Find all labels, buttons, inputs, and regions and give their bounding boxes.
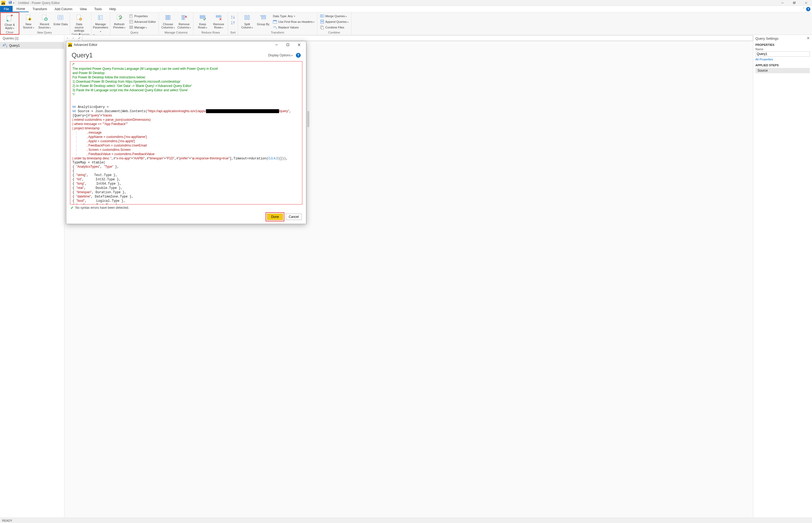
advanced-editor-button[interactable]: Advanced Editor: [128, 19, 157, 24]
tab-view[interactable]: View: [76, 6, 91, 12]
window-maximize-button[interactable]: [788, 0, 800, 6]
dialog-title: Advanced Editor: [74, 43, 97, 47]
queries-pane: Queries [1] ABC Query1: [0, 35, 64, 518]
window-minimize-button[interactable]: [777, 0, 788, 6]
replace-values-button[interactable]: 12Replace Values: [272, 25, 315, 30]
tab-add-column[interactable]: Add Column: [51, 6, 76, 12]
svg-rect-12: [42, 15, 46, 20]
group-by-button[interactable]: Group By: [256, 13, 271, 26]
collapse-ribbon-icon[interactable]: ˄: [803, 7, 805, 11]
svg-text:Z: Z: [231, 21, 233, 23]
status-text: READY: [2, 519, 12, 522]
dialog-maximize-button[interactable]: [282, 41, 293, 48]
svg-rect-25: [99, 19, 100, 19]
text-type-icon: ABC: [3, 43, 7, 48]
query-item[interactable]: ABC Query1: [0, 42, 64, 49]
ribbon-group-combine: Merge Queries Append Queries Combine Fil…: [317, 12, 351, 35]
sort-desc-button[interactable]: ZA: [229, 20, 236, 25]
data-type-button[interactable]: Data Type: Any ▾: [272, 14, 315, 19]
done-button[interactable]: Done: [267, 214, 283, 220]
sort-asc-icon: AZ: [231, 15, 235, 19]
svg-rect-37: [130, 26, 133, 27]
dialog-minimize-button[interactable]: [271, 41, 282, 48]
formula-input[interactable]: [82, 35, 753, 41]
remove-columns-button[interactable]: Remove Columns: [177, 13, 191, 30]
svg-rect-59: [261, 15, 266, 16]
svg-rect-68: [320, 20, 324, 21]
tab-home[interactable]: Home: [13, 6, 29, 12]
svg-rect-4: [793, 2, 795, 4]
display-options-dropdown[interactable]: Display Options: [268, 53, 293, 57]
ribbon-group-manage-columns: Choose Columns Remove Columns Manage Col…: [159, 12, 193, 35]
enter-data-button[interactable]: Enter Data: [53, 13, 68, 26]
scrollbar-thumb[interactable]: [307, 111, 309, 127]
ribbon-group-new-query: ✚New Source Recent Sources Enter Data Ne…: [19, 12, 70, 35]
file-menu[interactable]: File: [0, 6, 13, 12]
data-source-settings-button[interactable]: Data source settings: [72, 13, 87, 32]
advanced-editor-icon: [129, 20, 133, 24]
append-queries-button[interactable]: Append Queries: [319, 19, 350, 24]
tab-tools[interactable]: Tools: [90, 6, 106, 12]
svg-rect-41: [169, 15, 170, 20]
query-settings-pane: Query Settings ✕ PROPERTIES Name All Pro…: [753, 35, 812, 518]
merge-queries-button[interactable]: Merge Queries: [319, 14, 350, 19]
queries-header: Queries [1]: [0, 35, 64, 42]
svg-rect-67: [322, 15, 324, 17]
nav-next-button[interactable]: ›: [70, 35, 76, 41]
manage-icon: [129, 25, 133, 30]
help-icon[interactable]: ?: [806, 7, 810, 11]
window-close-button[interactable]: [800, 0, 812, 6]
combine-files-icon: [320, 25, 324, 30]
tab-transform[interactable]: Transform: [29, 6, 51, 12]
split-column-button[interactable]: Split Column: [240, 13, 255, 30]
svg-rect-73: [287, 44, 289, 46]
cancel-button[interactable]: Cancel: [286, 214, 302, 220]
sort-desc-icon: ZA: [231, 21, 235, 25]
svg-text:A: A: [231, 23, 233, 25]
svg-text:A: A: [231, 15, 233, 17]
dialog-close-button[interactable]: [294, 41, 304, 48]
first-row-headers-button[interactable]: Use First Row as Headers: [272, 19, 315, 24]
refresh-preview-button[interactable]: Refresh Preview: [112, 13, 127, 30]
choose-columns-button[interactable]: Choose Columns: [161, 13, 176, 30]
settings-close-button[interactable]: ✕: [807, 36, 810, 40]
syntax-status: No syntax errors have been detected.: [75, 206, 129, 210]
close-apply-button[interactable]: Close & Apply: [2, 14, 17, 30]
query-name-input[interactable]: [755, 51, 810, 57]
save-icon[interactable]: [8, 1, 12, 5]
properties-icon: [129, 14, 133, 18]
keep-rows-button[interactable]: Keep Rows: [195, 13, 210, 30]
svg-text:2: 2: [276, 27, 277, 29]
title-bar: ▾ Untitled - Power Query Editor: [0, 0, 812, 6]
ribbon-group-close: Close & Apply Close: [0, 12, 19, 35]
sort-asc-button[interactable]: AZ: [229, 15, 236, 20]
remove-rows-button[interactable]: Remove Rows: [211, 13, 226, 30]
tab-help[interactable]: Help: [106, 6, 119, 12]
nav-prev-button[interactable]: ‹: [64, 35, 70, 41]
combine-files-button[interactable]: Combine Files: [319, 25, 350, 30]
quick-access-toolbar: ▾: [7, 0, 16, 6]
step-item[interactable]: Source: [755, 68, 810, 73]
code-editor[interactable]: /* The exported Power Query Formula Lang…: [70, 61, 302, 204]
manage-parameters-button[interactable]: Manage Parameters: [93, 13, 108, 33]
recent-sources-button[interactable]: Recent Sources: [37, 13, 52, 30]
all-properties-link[interactable]: All Properties: [755, 58, 810, 61]
svg-rect-39: [166, 15, 167, 20]
append-icon: [320, 20, 324, 24]
merge-icon: [320, 14, 324, 18]
svg-rect-61: [261, 18, 266, 19]
manage-button[interactable]: Manage: [128, 25, 157, 30]
properties-button[interactable]: Properties: [128, 14, 157, 19]
status-bar: READY: [0, 518, 812, 523]
svg-rect-71: [321, 26, 324, 29]
qat-dropdown-icon[interactable]: ▾: [13, 2, 15, 4]
svg-rect-58: [247, 15, 250, 20]
svg-rect-43: [184, 15, 185, 20]
ribbon-group-sort: AZ ZA Sort: [228, 12, 238, 35]
new-source-button[interactable]: ✚New Source: [21, 13, 36, 30]
svg-rect-46: [200, 15, 205, 16]
ribbon-group-parameters: Manage Parameters Parameters: [91, 12, 110, 35]
svg-rect-69: [320, 22, 324, 24]
check-icon: ✔: [71, 205, 74, 210]
dialog-help-icon[interactable]: ?: [296, 53, 301, 58]
